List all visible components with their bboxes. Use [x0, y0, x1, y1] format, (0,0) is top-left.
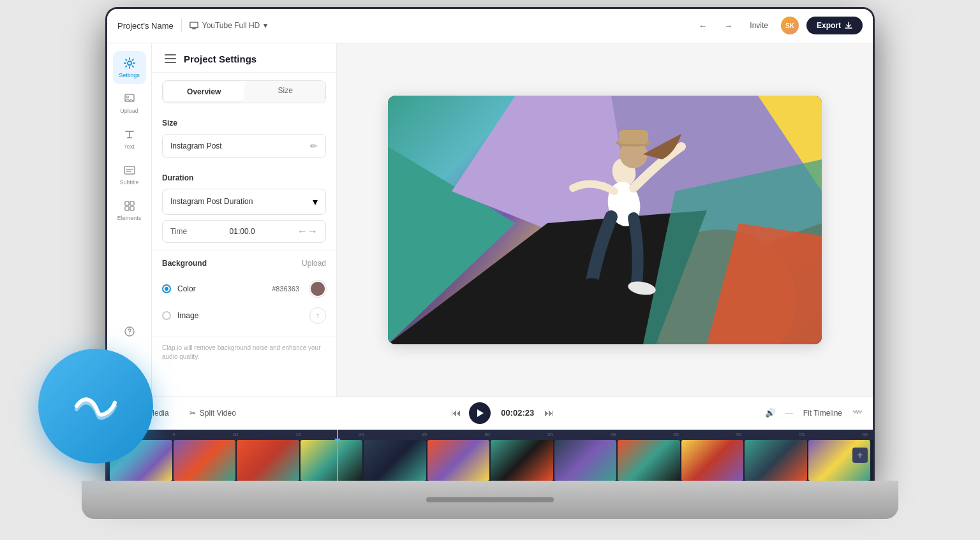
main-content: Settings Upload [107, 43, 873, 397]
ruler-mark-20: 20 [359, 432, 364, 437]
topbar: Project's Name YouTube Full HD ▾ ← [107, 9, 873, 43]
play-icon [477, 409, 484, 417]
sidebar-item-text[interactable]: Text [113, 122, 146, 156]
color-swatch[interactable] [309, 281, 326, 297]
ruler-mark-15: 15 [295, 432, 301, 437]
laptop-screen: Project's Name YouTube Full HD ▾ ← [107, 9, 873, 481]
sidebar-item-help[interactable] [113, 315, 146, 348]
ruler-mark-10: 10 [232, 432, 238, 437]
color-radio [162, 284, 171, 293]
ruler-marks: 0 5 10 15 20 25 30 35 40 45 50 [112, 432, 868, 437]
image-option[interactable]: Image ↑ [162, 302, 326, 329]
size-selector[interactable]: Instagram Post ✏ [162, 134, 326, 158]
ruler-mark-5: 5 [172, 432, 175, 437]
video-artwork [388, 96, 822, 344]
laptop: Project's Name YouTube Full HD ▾ ← [82, 9, 898, 532]
sidebar-item-subtitle[interactable]: Subtitle [113, 158, 146, 191]
timeline-playhead [337, 430, 338, 481]
size-section-title: Size [162, 119, 326, 128]
time-arrows[interactable]: ←→ [297, 226, 318, 237]
duration-section-title: Duration [162, 173, 326, 182]
app-logo-badge [38, 349, 153, 463]
redo-button[interactable]: → [719, 17, 737, 34]
laptop-base [82, 481, 898, 519]
ruler-mark-50: 50 [736, 432, 742, 437]
volume-icon[interactable]: 🔊 [765, 408, 775, 418]
timeline-ruler: 0 5 10 15 20 25 30 35 40 45 50 [107, 430, 873, 440]
preview-area [337, 43, 873, 397]
timeline-thumb-10 [681, 440, 744, 481]
upload-label: Upload [120, 108, 138, 114]
ruler-mark-35: 35 [547, 432, 553, 437]
time-value: 01:00.0 [230, 227, 255, 236]
rewind-button[interactable]: ⏮ [451, 407, 461, 419]
color-label: Color [177, 284, 265, 293]
svg-rect-8 [130, 207, 134, 210]
svg-rect-6 [130, 201, 134, 205]
export-button[interactable]: Export [806, 17, 863, 34]
add-timeline-button[interactable]: + [852, 448, 868, 463]
timeline-controls: + Add Media ✂ Split Video ⏮ [107, 397, 873, 481]
background-upload-btn[interactable]: Upload [302, 259, 326, 268]
timeline-thumbnails [107, 440, 873, 481]
split-video-button[interactable]: ✂ Split Video [184, 406, 241, 420]
topbar-divider [181, 19, 182, 32]
invite-button[interactable]: Invite [745, 18, 773, 33]
sidebar-item-elements[interactable]: Elements [113, 194, 146, 227]
svg-rect-5 [125, 201, 129, 205]
tab-size[interactable]: Size [246, 81, 326, 103]
format-selector[interactable]: YouTube Full HD ▾ [189, 21, 268, 30]
duration-dropdown[interactable]: Instagram Post Duration ▾ [162, 189, 326, 215]
timeline-strip: 0 5 10 15 20 25 30 35 40 45 50 [107, 430, 873, 481]
ruler-mark-55: 55 [799, 432, 805, 437]
waveform-icon [852, 407, 863, 420]
format-chevron: ▾ [264, 21, 267, 30]
text-icon [122, 128, 137, 142]
fit-timeline-button[interactable]: Fit Timeline [803, 409, 842, 418]
settings-panel: Project Settings Overview Size [152, 43, 337, 397]
image-upload-icon[interactable]: ↑ [309, 307, 326, 324]
timeline-thumb-11 [745, 440, 807, 481]
settings-label: Settings [119, 72, 140, 78]
ruler-mark-30: 30 [484, 432, 490, 437]
settings-note: Clap.io will remove background noise and… [152, 337, 336, 368]
timeline-thumb-9 [618, 440, 680, 481]
sidebar-icons: Settings Upload [107, 43, 152, 397]
format-label: YouTube Full HD [202, 21, 260, 30]
edit-icon: ✏ [310, 141, 318, 151]
tab-overview[interactable]: Overview [164, 82, 244, 101]
volume-controls: 🔊 [765, 408, 775, 418]
video-preview [388, 96, 822, 344]
image-radio [162, 311, 171, 320]
play-button[interactable] [469, 402, 491, 424]
svg-rect-7 [125, 207, 129, 210]
settings-tabs: Overview Size [162, 80, 326, 103]
size-section: Size Instagram Post ✏ [152, 111, 336, 166]
settings-title: Project Settings [184, 54, 256, 64]
elements-icon [122, 199, 137, 213]
duration-label: Instagram Post Duration [170, 197, 253, 206]
elements-label: Elements [117, 215, 142, 221]
sidebar-item-settings[interactable]: Settings [113, 51, 146, 84]
time-row: Time 01:00.0 ←→ [162, 220, 326, 243]
undo-button[interactable]: ← [694, 17, 711, 34]
background-section: Background Upload Color #836363 [152, 251, 336, 337]
subtitle-icon [122, 163, 137, 177]
ruler-mark-45: 45 [673, 432, 679, 437]
color-option[interactable]: Color #836363 [162, 275, 326, 302]
timeline-thumb-4 [301, 440, 363, 481]
export-icon [845, 22, 852, 29]
ruler-mark-40: 40 [610, 432, 616, 437]
fast-forward-button[interactable]: ⏭ [544, 407, 554, 419]
svg-point-1 [128, 61, 131, 65]
menu-icon[interactable] [165, 54, 176, 63]
upload-icon [122, 92, 137, 106]
settings-icon [122, 56, 137, 70]
scissors-icon: ✂ [189, 409, 196, 418]
timeline-top-bar: + Add Media ✂ Split Video ⏮ [107, 397, 873, 430]
ruler-mark-60: 60 [862, 432, 868, 437]
duration-chevron-icon: ▾ [313, 196, 318, 208]
sidebar-item-upload[interactable]: Upload [113, 87, 146, 120]
background-header: Background Upload [162, 259, 326, 268]
timeline-thumb-6 [427, 440, 490, 481]
